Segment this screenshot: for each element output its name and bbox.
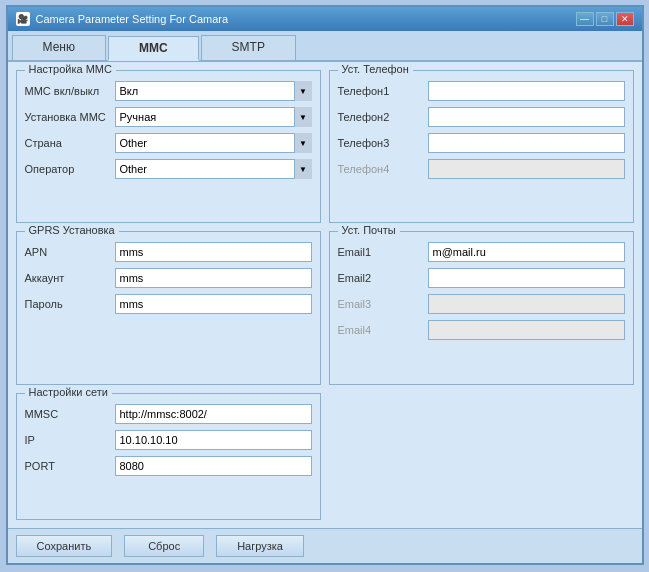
mmc-toggle-label: ММС вкл/выкл — [25, 85, 115, 97]
ip-input[interactable] — [115, 430, 312, 450]
country-label: Страна — [25, 137, 115, 149]
ip-row: IP — [25, 430, 312, 450]
mmc-toggle-select[interactable]: Вкл Выкл — [115, 81, 312, 101]
account-row: Аккаунт — [25, 268, 312, 288]
email-settings-group: Уст. Почты Email1 Email2 Email3 Email4 — [329, 231, 634, 384]
country-row: Страна Other ▼ — [25, 133, 312, 153]
tab-bar: Меню MMC SMTP — [8, 31, 642, 62]
title-bar-left: 🎥 Camera Parameter Setting For Camara — [16, 12, 229, 26]
email2-row: Email2 — [338, 268, 625, 288]
load-button[interactable]: Нагрузка — [216, 535, 304, 557]
email2-input[interactable] — [428, 268, 625, 288]
main-content: Настройка ММС ММС вкл/выкл Вкл Выкл ▼ Ус… — [8, 62, 642, 528]
tab-smtp[interactable]: SMTP — [201, 35, 296, 60]
email1-row: Email1 — [338, 242, 625, 262]
phone1-input[interactable] — [428, 81, 625, 101]
gprs-group-title: GPRS Установка — [25, 224, 119, 236]
main-window: 🎥 Camera Parameter Setting For Camara — … — [6, 5, 644, 565]
account-input[interactable] — [115, 268, 312, 288]
bottom-bar: Сохранить Сброс Нагрузка — [8, 528, 642, 563]
close-button[interactable]: ✕ — [616, 12, 634, 26]
mmc-install-row: Установка ММС Ручная Авто ▼ — [25, 107, 312, 127]
phone3-label: Телефон3 — [338, 137, 428, 149]
network-settings-group: Настройки сети MMSC IP PORT — [16, 393, 321, 520]
account-label: Аккаунт — [25, 272, 115, 284]
operator-row: Оператор Other ▼ — [25, 159, 312, 179]
email1-input[interactable] — [428, 242, 625, 262]
phone3-row: Телефон3 — [338, 133, 625, 153]
minimize-button[interactable]: — — [576, 12, 594, 26]
ip-label: IP — [25, 434, 115, 446]
tab-mmc[interactable]: MMC — [108, 36, 199, 61]
phone-group-title: Уст. Телефон — [338, 63, 413, 75]
mmc-toggle-row: ММС вкл/выкл Вкл Выкл ▼ — [25, 81, 312, 101]
apn-input[interactable] — [115, 242, 312, 262]
tab-menu[interactable]: Меню — [12, 35, 106, 60]
mmc-toggle-select-wrapper: Вкл Выкл ▼ — [115, 81, 312, 101]
mmc-group-title: Настройка ММС — [25, 63, 116, 75]
window-title: Camera Parameter Setting For Camara — [36, 13, 229, 25]
password-label: Пароль — [25, 298, 115, 310]
phone2-row: Телефон2 — [338, 107, 625, 127]
country-select-wrapper: Other ▼ — [115, 133, 312, 153]
phone1-row: Телефон1 — [338, 81, 625, 101]
email3-input — [428, 294, 625, 314]
apn-label: APN — [25, 246, 115, 258]
title-controls: — □ ✕ — [576, 12, 634, 26]
title-bar: 🎥 Camera Parameter Setting For Camara — … — [8, 7, 642, 31]
mmsc-row: MMSC — [25, 404, 312, 424]
phone-settings-group: Уст. Телефон Телефон1 Телефон2 Телефон3 … — [329, 70, 634, 223]
operator-select[interactable]: Other — [115, 159, 312, 179]
operator-select-wrapper: Other ▼ — [115, 159, 312, 179]
password-row: Пароль — [25, 294, 312, 314]
reset-button[interactable]: Сброс — [124, 535, 204, 557]
phone4-row: Телефон4 — [338, 159, 625, 179]
email1-label: Email1 — [338, 246, 428, 258]
port-label: PORT — [25, 460, 115, 472]
phone3-input[interactable] — [428, 133, 625, 153]
gprs-settings-group: GPRS Установка APN Аккаунт Пароль — [16, 231, 321, 384]
window-icon: 🎥 — [16, 12, 30, 26]
phone2-input[interactable] — [428, 107, 625, 127]
network-group-title: Настройки сети — [25, 386, 112, 398]
phone2-label: Телефон2 — [338, 111, 428, 123]
operator-label: Оператор — [25, 163, 115, 175]
email4-input — [428, 320, 625, 340]
email4-row: Email4 — [338, 320, 625, 340]
mmc-install-label: Установка ММС — [25, 111, 115, 123]
port-row: PORT — [25, 456, 312, 476]
email2-label: Email2 — [338, 272, 428, 284]
maximize-button[interactable]: □ — [596, 12, 614, 26]
password-input[interactable] — [115, 294, 312, 314]
save-button[interactable]: Сохранить — [16, 535, 113, 557]
phone1-label: Телефон1 — [338, 85, 428, 97]
phone4-label: Телефон4 — [338, 163, 428, 175]
email4-label: Email4 — [338, 324, 428, 336]
phone4-input — [428, 159, 625, 179]
apn-row: APN — [25, 242, 312, 262]
mmc-settings-group: Настройка ММС ММС вкл/выкл Вкл Выкл ▼ Ус… — [16, 70, 321, 223]
mmsc-label: MMSC — [25, 408, 115, 420]
country-select[interactable]: Other — [115, 133, 312, 153]
mmsc-input[interactable] — [115, 404, 312, 424]
mmc-install-select-wrapper: Ручная Авто ▼ — [115, 107, 312, 127]
email3-label: Email3 — [338, 298, 428, 310]
port-input[interactable] — [115, 456, 312, 476]
email3-row: Email3 — [338, 294, 625, 314]
mmc-install-select[interactable]: Ручная Авто — [115, 107, 312, 127]
email-group-title: Уст. Почты — [338, 224, 400, 236]
